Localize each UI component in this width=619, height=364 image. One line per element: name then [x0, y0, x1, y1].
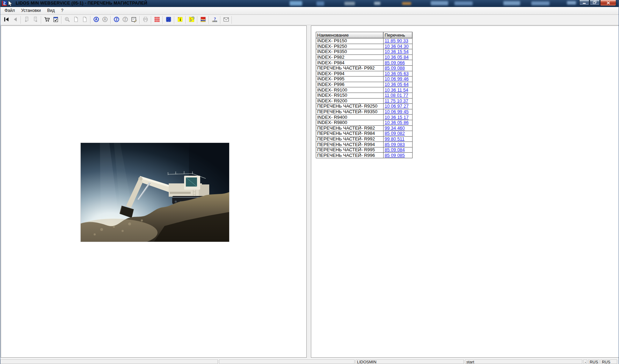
- parts-list-link[interactable]: 10 36 15 54: [385, 49, 409, 54]
- toolbar-service-info-button[interactable]: i: [187, 15, 196, 24]
- toolbar-graphics-button[interactable]: [164, 15, 173, 24]
- letter-a-icon: A: [93, 16, 99, 24]
- parts-list-link[interactable]: 10 06 99 45: [385, 109, 409, 114]
- toolbar-page2-button[interactable]: [80, 15, 89, 24]
- pane-splitter[interactable]: [307, 25, 311, 358]
- parts-list-link[interactable]: 10 36 05 64: [385, 82, 409, 87]
- toolbar-order-checklist-button[interactable]: [51, 15, 60, 24]
- toolbar-separator: [162, 16, 163, 24]
- row-name: INDEX- P9250: [316, 44, 384, 49]
- parts-list-link[interactable]: 85 09 083: [385, 142, 405, 147]
- shopping-cart-icon: [44, 16, 50, 24]
- row-name: INDEX- P994: [316, 71, 384, 77]
- mains-table: Наименование Перечень INDEX- P915011 85 …: [316, 32, 413, 158]
- parts-list-link[interactable]: 10 36 05 84: [385, 54, 409, 60]
- toolbar-separator: [185, 16, 186, 24]
- toolbar-shopping-cart-button[interactable]: [43, 15, 51, 24]
- restore-button[interactable]: [590, 0, 600, 5]
- row-name: INDEX- P9150: [316, 38, 384, 44]
- menu-item-help[interactable]: ?: [58, 7, 67, 14]
- toolbar-parts-table-button[interactable]: [153, 15, 161, 24]
- row-code-cell: 11 08 01 77: [384, 93, 413, 98]
- column-header-list[interactable]: Перечень: [384, 32, 413, 38]
- row-code-cell: 10 36 11 54: [384, 87, 413, 93]
- page-icon: [73, 16, 79, 24]
- menu-item-view[interactable]: Вид: [44, 7, 58, 14]
- titlebar-reflection: [531, 1, 549, 5]
- toolbar-doc-prev-button[interactable]: [22, 15, 31, 24]
- restore-icon: [593, 0, 597, 6]
- toolbar-letter-a-button[interactable]: A: [92, 15, 101, 24]
- row-name: INDEX- P982: [316, 54, 384, 60]
- parts-list-link[interactable]: 99 80 511: [385, 136, 405, 141]
- table-row: ПЕРЕЧЕНЬ ЧАСТЕЙ- R99585 09 084: [316, 147, 413, 153]
- minimize-button[interactable]: [579, 0, 589, 5]
- toolbar-separator: [90, 16, 91, 24]
- toolbar-email-button[interactable]: [222, 15, 231, 24]
- email-icon: [223, 16, 229, 24]
- toolbar-go-back-button[interactable]: [11, 15, 20, 24]
- toolbar-separator: [220, 16, 221, 24]
- parts-list-link[interactable]: 11 08 01 77: [385, 93, 408, 98]
- svg-text:LIDOS: LIDOS: [212, 21, 217, 22]
- toolbar-separator: [209, 16, 209, 24]
- parts-list-link[interactable]: 10 36 15 17: [385, 115, 409, 120]
- page2-icon: [82, 16, 88, 24]
- row-code-cell: 10 36 15 54: [384, 49, 413, 55]
- parts-list-link[interactable]: 10 06 99 46: [385, 77, 409, 82]
- toolbar-number-2-button[interactable]: 2: [112, 15, 121, 24]
- table-row: INDEX- P925010 36 04 30: [316, 44, 413, 49]
- service-info-icon: i: [189, 16, 195, 24]
- table-row: ПЕРЕЧЕНЬ ЧАСТЕЙ- R99485 09 083: [316, 142, 413, 147]
- menu-item-settings[interactable]: Установки: [18, 7, 44, 14]
- column-header-name[interactable]: Наименование: [316, 32, 384, 38]
- parts-list-link[interactable]: 85 09 085: [385, 153, 405, 158]
- toolbar-lidos-help-button[interactable]: ?LIDOS: [210, 15, 219, 24]
- toolbar-zoom-button[interactable]: [63, 15, 72, 24]
- row-code-cell: 10 36 04 30: [384, 44, 413, 49]
- graphics-icon: [166, 16, 172, 24]
- parts-list-link[interactable]: 10 36 05 63: [385, 71, 409, 76]
- table-row: ПЕРЕЧЕНЬ ЧАСТЕЙ- R98485 09 082: [316, 131, 413, 137]
- app-icon[interactable]: [2, 1, 7, 6]
- toolbar-info-button[interactable]: i: [176, 15, 184, 24]
- row-code-cell: 11 85 90 33: [384, 38, 413, 44]
- parts-list-link[interactable]: 10 36 05 86: [385, 120, 409, 125]
- parts-list-link[interactable]: 85 09 066: [385, 60, 405, 65]
- toolbar-page-button[interactable]: [72, 15, 80, 24]
- toolbar-go-first-button[interactable]: [2, 15, 11, 24]
- toolbar-separator: [139, 16, 140, 24]
- parts-list-link[interactable]: 99 34 460: [385, 125, 405, 131]
- menu-item-file[interactable]: Файл: [1, 7, 18, 14]
- toolbar-print-button[interactable]: [141, 15, 150, 24]
- row-code-cell: 10 06 97 27: [384, 104, 413, 109]
- table-row: ПЕРЕЧЕНЬ ЧАСТЕЙ- R935010 06 99 45: [316, 109, 413, 115]
- close-button[interactable]: [600, 0, 616, 6]
- toolbar-notepad-button[interactable]: [130, 15, 138, 24]
- parts-list-link[interactable]: 10 36 04 30: [385, 44, 409, 49]
- table-row: INDEX- R910010 36 11 54: [316, 87, 413, 93]
- parts-list-link[interactable]: 85 09 082: [385, 131, 405, 136]
- parts-list-link[interactable]: 11 85 90 33: [385, 38, 408, 44]
- table-row: INDEX- P98210 36 05 84: [316, 54, 413, 60]
- row-code-cell: 85 09 088: [384, 65, 413, 71]
- toolbar-number-2-alt-button[interactable]: 2: [121, 15, 130, 24]
- row-code-cell: 85 09 084: [384, 147, 413, 153]
- table-row: INDEX- P99610 36 05 64: [316, 82, 413, 87]
- parts-list-link[interactable]: 85 09 084: [385, 147, 405, 152]
- table-row: INDEX- R940010 36 15 17: [316, 115, 413, 120]
- table-row: INDEX- P98485 09 066: [316, 60, 413, 66]
- parts-list-link[interactable]: 10 36 11 54: [385, 87, 408, 93]
- parts-list-link[interactable]: 11 75 10 37: [385, 98, 408, 103]
- toolbar-partners-button[interactable]: [199, 15, 207, 24]
- order-checklist-icon: [53, 16, 59, 24]
- doc-prev-icon: [24, 16, 30, 24]
- minimize-icon: [582, 0, 586, 6]
- parts-list-link[interactable]: 10 06 97 27: [385, 104, 409, 109]
- toolbar-letter-a-alt-button[interactable]: A: [101, 15, 109, 24]
- row-name: INDEX- R9100: [316, 87, 384, 93]
- toolbar-doc-next-button[interactable]: [31, 15, 40, 24]
- parts-list-link[interactable]: 85 09 088: [385, 65, 405, 71]
- close-icon: [606, 0, 610, 6]
- app-window: LIDOS MIN WEBSERVICE (05-1) - ПЕРЕЧЕНЬ М…: [0, 0, 619, 364]
